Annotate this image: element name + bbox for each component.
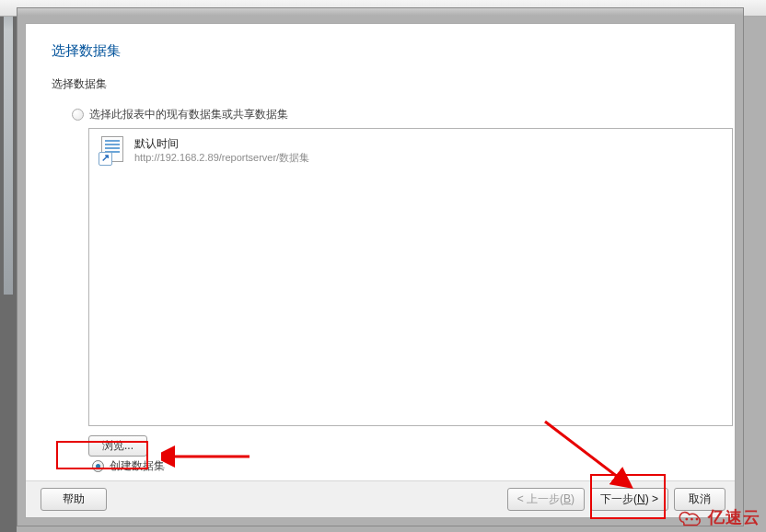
dialog-frame: 选择数据集 选择数据集 选择此报表中的现有数据集或共享数据集 默认时间 http…	[17, 7, 744, 526]
dataset-listbox[interactable]: 默认时间 http://192.168.2.89/reportserver/数据…	[88, 128, 733, 426]
next-button[interactable]: 下一步(N) >	[590, 488, 668, 511]
radio-create-icon[interactable]	[92, 460, 104, 472]
page-subtitle: 选择数据集	[52, 76, 709, 92]
svg-point-4	[696, 518, 699, 521]
dataset-name: 默认时间	[134, 136, 309, 151]
content-area: 选择数据集 选择数据集 选择此报表中的现有数据集或共享数据集 默认时间 http…	[26, 24, 735, 480]
help-button[interactable]: 帮助	[41, 488, 107, 511]
list-item[interactable]: 默认时间 http://192.168.2.89/reportserver/数据…	[97, 134, 725, 168]
svg-point-3	[691, 518, 693, 521]
next-button-label: 下一步	[600, 492, 633, 505]
option-create-label: 创建数据集	[110, 458, 165, 474]
watermark-icon	[678, 507, 703, 527]
shared-dataset-icon	[99, 136, 128, 166]
back-button-label: < 上一步	[517, 492, 560, 505]
next-button-mnemonic: N	[637, 492, 645, 505]
next-button-suffix: >	[649, 492, 658, 505]
browse-button[interactable]: 浏览...	[88, 435, 147, 457]
watermark-text: 亿速云	[708, 506, 760, 528]
back-button-mnemonic: B	[563, 492, 571, 505]
radio-existing-icon[interactable]	[72, 109, 84, 121]
dataset-path: http://192.168.2.89/reportserver/数据集	[134, 151, 309, 165]
option-create[interactable]: 创建数据集	[92, 458, 165, 474]
option-existing[interactable]: 选择此报表中的现有数据集或共享数据集	[72, 107, 709, 122]
back-button: < 上一步(B)	[507, 488, 585, 511]
watermark: 亿速云	[678, 506, 760, 528]
svg-point-2	[685, 518, 688, 521]
list-item-text: 默认时间 http://192.168.2.89/reportserver/数据…	[134, 136, 309, 165]
option-existing-label: 选择此报表中的现有数据集或共享数据集	[89, 107, 288, 122]
footer-bar: 帮助 < 上一步(B) 下一步(N) > 取消	[26, 480, 735, 517]
dialog-body: 选择数据集 选择数据集 选择此报表中的现有数据集或共享数据集 默认时间 http…	[25, 23, 736, 518]
page-title: 选择数据集	[52, 42, 709, 60]
